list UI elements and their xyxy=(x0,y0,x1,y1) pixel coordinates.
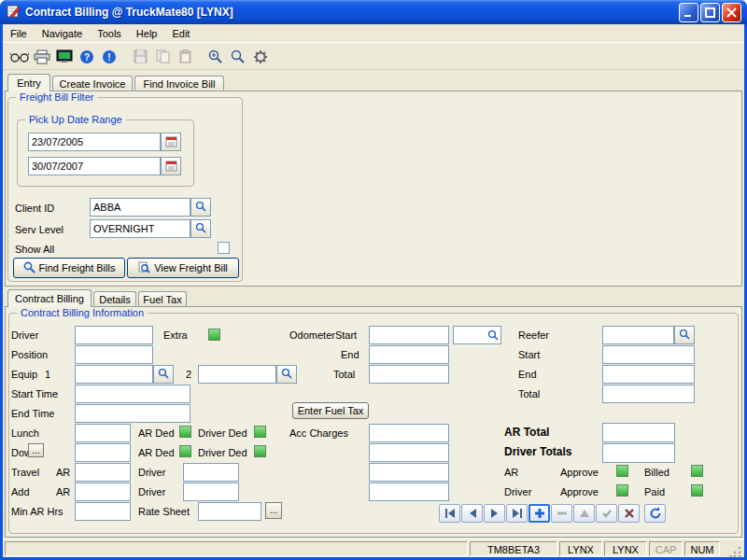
lunch-ar-ded-checkbox[interactable] xyxy=(179,426,191,438)
nav-prior-button[interactable] xyxy=(461,504,483,523)
app-icon[interactable] xyxy=(6,4,21,21)
date-from-calendar-button[interactable] xyxy=(161,133,181,151)
settings-gear-icon[interactable] xyxy=(249,47,272,67)
button-label: Find Freight Bills xyxy=(39,262,116,273)
menu-tools[interactable]: Tools xyxy=(90,25,129,42)
extra-checkbox[interactable] xyxy=(208,329,220,341)
tab-contract-billing[interactable]: Contract Billing xyxy=(7,289,92,307)
end-time-input[interactable] xyxy=(75,404,190,423)
view-freight-bill-button[interactable]: View Freight Bill xyxy=(127,258,239,278)
equip2-input[interactable] xyxy=(198,365,276,384)
acc-charges-input-4[interactable] xyxy=(369,483,449,501)
nav-next-button[interactable] xyxy=(484,504,505,523)
save-icon[interactable] xyxy=(129,47,151,67)
tab-entry[interactable]: Entry xyxy=(7,74,50,91)
odometer-start-input[interactable] xyxy=(369,326,449,344)
client-id-lookup-button[interactable] xyxy=(190,198,211,217)
nav-first-button[interactable] xyxy=(439,504,460,523)
close-button[interactable] xyxy=(722,3,741,22)
status-panel-caps-lock: CAP xyxy=(649,541,683,556)
equip2-lookup-button[interactable] xyxy=(276,365,297,384)
tab-find-invoice-bill[interactable]: Find Invoice Bill xyxy=(134,76,224,91)
resize-grip[interactable] xyxy=(729,545,742,560)
ar-approve-checkbox[interactable] xyxy=(616,465,628,477)
info-icon[interactable]: ! xyxy=(98,47,120,67)
date-from-input[interactable]: 23/07/2005 xyxy=(28,133,161,151)
date-to-input[interactable]: 30/07/2007 xyxy=(28,157,161,175)
help-icon[interactable]: ? xyxy=(76,47,98,67)
nav-cancel-button[interactable] xyxy=(618,504,640,523)
nav-refresh-button[interactable] xyxy=(644,504,666,523)
serv-level-lookup-button[interactable] xyxy=(190,219,211,238)
nav-last-button[interactable] xyxy=(506,504,528,523)
add-ar-input[interactable] xyxy=(75,483,131,501)
equip1-lookup-button[interactable] xyxy=(153,365,174,384)
show-all-checkbox[interactable] xyxy=(218,242,230,254)
tab-details[interactable]: Details xyxy=(93,291,136,307)
paste-icon[interactable] xyxy=(174,47,196,67)
reefer-total-input[interactable] xyxy=(602,385,695,403)
acc-charges-input-3[interactable] xyxy=(369,463,449,482)
odometer-start-label: OdometerStart xyxy=(289,329,357,342)
rate-sheet-input[interactable] xyxy=(198,502,261,521)
nav-edit-button[interactable] xyxy=(573,504,595,523)
lunch-input[interactable] xyxy=(75,424,131,442)
lunch-driver-ded-checkbox[interactable] xyxy=(254,426,266,438)
client-area: File Navigate Tools Help Edit ? ! Entry … xyxy=(3,24,744,557)
nav-post-button[interactable] xyxy=(596,504,617,523)
menu-navigate[interactable]: Navigate xyxy=(35,25,90,42)
add-driver-input[interactable] xyxy=(183,483,239,501)
driver-input[interactable] xyxy=(75,326,153,344)
odometer-lookup-field[interactable] xyxy=(453,326,501,344)
reefer-input[interactable] xyxy=(602,326,674,344)
travel-ar-input[interactable] xyxy=(75,463,131,482)
zoom-icon[interactable] xyxy=(227,47,249,67)
menu-edit[interactable]: Edit xyxy=(164,25,197,42)
tab-create-invoice[interactable]: Create Invoice xyxy=(52,76,133,91)
enter-fuel-tax-button[interactable]: Enter Fuel Tax xyxy=(292,402,369,419)
min-ar-hrs-input[interactable] xyxy=(75,502,131,521)
driver-totals-input[interactable] xyxy=(602,443,675,463)
reefer-end-input[interactable] xyxy=(602,365,695,384)
menu-file[interactable]: File xyxy=(3,25,35,42)
print-icon[interactable] xyxy=(31,47,53,67)
terminal-icon[interactable] xyxy=(53,47,76,67)
driver-approve-checkbox[interactable] xyxy=(616,484,628,497)
down-driver-ded-checkbox[interactable] xyxy=(254,445,266,457)
client-id-input[interactable]: ABBA xyxy=(90,198,190,217)
view-glasses-icon[interactable] xyxy=(8,47,31,67)
nav-insert-button[interactable] xyxy=(529,504,550,523)
minimize-button[interactable] xyxy=(679,3,698,22)
acc-charges-input-1[interactable] xyxy=(369,424,449,442)
nav-delete-button[interactable] xyxy=(551,504,572,523)
toolbar: ? ! xyxy=(3,44,744,70)
find-icon xyxy=(23,261,35,275)
reefer-end-label: End xyxy=(518,368,537,381)
rate-sheet-ellipsis-button[interactable]: ... xyxy=(265,502,282,519)
ar-total-input[interactable] xyxy=(602,423,675,442)
reefer-start-input[interactable] xyxy=(602,345,695,364)
find-freight-bills-button[interactable]: Find Freight Bills xyxy=(13,258,125,278)
start-time-input[interactable] xyxy=(75,385,190,403)
position-input[interactable] xyxy=(75,345,153,364)
menu-help[interactable]: Help xyxy=(129,25,165,42)
down-input[interactable] xyxy=(75,443,131,462)
copy-icon[interactable] xyxy=(151,47,174,67)
paid-checkbox[interactable] xyxy=(691,484,703,497)
ar-total-label: AR Total xyxy=(504,426,549,439)
odometer-end-input[interactable] xyxy=(369,345,449,364)
tab-fuel-tax[interactable]: Fuel Tax xyxy=(138,291,187,307)
acc-charges-input-2[interactable] xyxy=(369,443,449,462)
billed-checkbox[interactable] xyxy=(691,465,703,477)
magnifier-icon[interactable] xyxy=(487,329,499,343)
maximize-button[interactable] xyxy=(700,3,720,22)
down-ellipsis-button[interactable]: ... xyxy=(28,443,44,457)
down-ar-ded-checkbox[interactable] xyxy=(179,445,191,457)
odometer-total-input[interactable] xyxy=(369,365,449,384)
travel-driver-input[interactable] xyxy=(183,463,239,482)
date-to-calendar-button[interactable] xyxy=(161,157,181,175)
serv-level-input[interactable]: OVERNIGHT xyxy=(90,219,190,238)
zoom-in-icon[interactable] xyxy=(204,47,227,67)
equip1-input[interactable] xyxy=(75,365,153,384)
reefer-lookup-button[interactable] xyxy=(674,326,695,344)
